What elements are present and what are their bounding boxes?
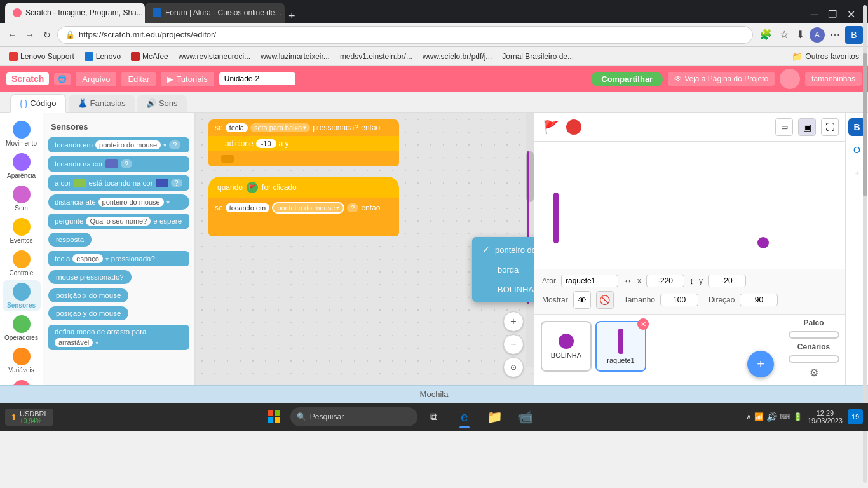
bm-outros[interactable]: 📁 Outros favoritos xyxy=(788,50,863,63)
window-close[interactable]: ✕ xyxy=(844,6,858,23)
share-button[interactable]: Compartilhar xyxy=(591,72,663,86)
new-tab-button[interactable]: + xyxy=(285,10,299,23)
stage-fullscreen-btn[interactable]: ⛶ xyxy=(821,118,839,136)
cat-movimento[interactable]: Movimento xyxy=(3,118,41,149)
bm-lenovo-support[interactable]: Lenovo Support xyxy=(5,51,78,62)
tray-chevron[interactable]: ∧ xyxy=(746,412,752,421)
block-posicao-y[interactable]: posição y do mouse xyxy=(48,306,128,320)
adicione-block[interactable]: adicione -10 a y xyxy=(208,136,399,151)
taskbar-time[interactable]: 12:29 19/03/2023 xyxy=(805,409,845,424)
dropdown-menu[interactable]: ✓ ponteiro do mouse borda BOLINHA xyxy=(472,237,534,302)
block-distancia[interactable]: distância até ponteiro do mouse ▾ xyxy=(48,194,189,210)
add-sprite-btn[interactable]: + xyxy=(747,351,774,377)
cat-controle[interactable]: Controle xyxy=(3,248,41,279)
show-eye-btn[interactable]: 👁 xyxy=(573,291,591,309)
block-defina-modo[interactable]: defina modo de arrasto para arrastável ▾ xyxy=(48,325,189,350)
bm-meds[interactable]: medsv1.einstein.br/... xyxy=(336,51,416,62)
direction-input[interactable] xyxy=(740,294,778,306)
zoom-in-btn[interactable]: + xyxy=(503,311,524,332)
stage-small-btn[interactable]: ▭ xyxy=(775,118,793,136)
scratch-arquivo-btn[interactable]: Arquivo xyxy=(76,72,116,86)
search-bar[interactable]: 🔍 Pesquisar xyxy=(290,403,417,431)
profile-avatar[interactable] xyxy=(780,69,800,89)
unidade-input[interactable] xyxy=(219,72,295,85)
start-btn[interactable] xyxy=(260,403,288,431)
block-cor-tocando[interactable]: a cor está tocando na cor ? xyxy=(48,175,189,191)
block-tocando-cor[interactable]: tocando na cor ? xyxy=(48,156,189,172)
green-flag-btn[interactable]: 🚩 xyxy=(541,117,561,137)
sprite-raquete1[interactable]: ✕ raquete1 xyxy=(595,321,646,372)
scratch-tutoriais-btn[interactable]: ▶ Tutoriais xyxy=(161,72,214,86)
code-canvas[interactable]: se tecla seta para baixo ▾ pressionada? … xyxy=(196,113,534,385)
tab-sons[interactable]: 🔊 Sons xyxy=(137,95,187,112)
mochila-bar[interactable]: Mochila xyxy=(0,385,868,403)
tab-codigo[interactable]: { } Código xyxy=(10,94,66,113)
hide-eye-btn[interactable]: 🚫 xyxy=(596,291,614,309)
bing-btn[interactable]: B xyxy=(845,26,863,44)
cat-sensores[interactable]: Sensores xyxy=(3,280,41,311)
scratch-editar-btn[interactable]: Editar xyxy=(121,72,156,86)
x-input[interactable] xyxy=(646,274,684,287)
network-icon[interactable]: 📶 xyxy=(754,412,764,421)
when-flag-hat[interactable]: quando 🚩 for clicado xyxy=(208,177,399,198)
block-posicao-x[interactable]: posição x do mouse xyxy=(48,288,128,302)
palco-thumb[interactable] xyxy=(789,331,839,339)
bm-mcafee[interactable]: McAfee xyxy=(127,51,172,62)
menu-btn[interactable]: ⋯ xyxy=(827,26,843,43)
cat-operadores[interactable]: Operadores xyxy=(3,313,41,344)
actor-name-input[interactable] xyxy=(561,274,618,287)
block-pergunte[interactable]: pergunte Qual o seu nome? e espere xyxy=(48,214,189,229)
block-tocando-em[interactable]: tocando em ponteiro do mouse ▾ ? xyxy=(48,137,189,152)
bm-scielo[interactable]: www.scielo.br/pdf/j... xyxy=(419,51,496,62)
forward-button[interactable]: → xyxy=(23,27,37,43)
cat-eventos[interactable]: Eventos xyxy=(3,215,41,247)
stock-widget[interactable]: ⬆ USDBRL +0,94% xyxy=(5,409,53,426)
if-tocando-block[interactable]: se tocando em ponteiro do mouse ▾ ? entã… xyxy=(208,198,399,217)
bm-jornal[interactable]: Jornal Brasileiro de... xyxy=(498,51,578,62)
dropdown-item-borda[interactable]: borda xyxy=(472,260,534,280)
cat-aparencia[interactable]: Aparência xyxy=(3,151,41,182)
scratch-globe-btn[interactable]: 🌐 xyxy=(54,73,71,85)
downloads-btn[interactable]: ⬇ xyxy=(794,26,807,43)
keyboard-icon[interactable]: ⌨ xyxy=(780,412,790,421)
window-maximize[interactable]: ❐ xyxy=(825,6,839,23)
cat-variaveis[interactable]: Variáveis xyxy=(3,345,41,376)
zoom-out-btn[interactable]: − xyxy=(503,334,524,355)
volume-icon[interactable]: 🔊 xyxy=(766,412,777,422)
cat-meus-blocos[interactable]: Meus Blocos xyxy=(3,377,41,385)
y-input[interactable] xyxy=(708,274,746,287)
back-button[interactable]: ← xyxy=(5,27,19,43)
taskbar-teams[interactable]: 📹 xyxy=(512,403,539,431)
notification-btn[interactable]: 19 xyxy=(848,409,863,424)
stop-btn[interactable] xyxy=(566,119,581,135)
extensions-btn[interactable]: 🧩 xyxy=(757,26,775,43)
dropdown-item-bolinha[interactable]: BOLINHA xyxy=(472,280,534,299)
tab-fantasias[interactable]: 👗 Fantasias xyxy=(69,95,135,112)
sprite-delete-btn[interactable]: ✕ xyxy=(637,318,649,330)
bm-revista[interactable]: www.revistaneuroci... xyxy=(175,51,254,62)
if-block-tecla[interactable]: se tecla seta para baixo ▾ pressionada? … xyxy=(208,119,399,136)
profile-btn[interactable]: A xyxy=(810,27,825,43)
taskbar-edge[interactable]: e xyxy=(451,403,478,431)
dropdown-item-ponteiro[interactable]: ✓ ponteiro do mouse xyxy=(472,240,534,260)
size-input[interactable] xyxy=(660,294,698,306)
taskbar-explorer[interactable]: 📁 xyxy=(481,403,509,431)
taskbar-search[interactable]: 🔍 Pesquisar xyxy=(290,407,417,426)
block-tecla[interactable]: tecla espaço ▾ pressionada? xyxy=(48,251,189,266)
bm-lenovo[interactable]: Lenovo xyxy=(81,51,125,62)
view-project-btn[interactable]: 👁 Veja a Página do Projeto xyxy=(668,72,775,86)
url-box[interactable]: 🔒 https://scratch.mit.edu/projects/edito… xyxy=(57,26,753,44)
block-resposta[interactable]: resposta xyxy=(48,233,92,247)
battery-icon[interactable]: 🔋 xyxy=(793,412,803,421)
stage-medium-btn[interactable]: ▣ xyxy=(798,118,816,136)
tab-forum[interactable]: Fórum | Alura - Cursos online de... ✕ xyxy=(145,3,285,23)
task-view-btn[interactable]: ⧉ xyxy=(420,403,448,431)
sprite-bolinha[interactable]: BOLINHA xyxy=(541,321,592,372)
cat-som[interactable]: Som xyxy=(3,183,41,214)
favorites-btn[interactable]: ☆ xyxy=(777,26,791,43)
block-mouse-pressionado[interactable]: mouse pressionado? xyxy=(48,270,132,284)
cenario-thumb[interactable] xyxy=(789,355,839,363)
reload-button[interactable]: ↻ xyxy=(41,27,53,43)
zoom-fit-btn[interactable]: ⊙ xyxy=(503,357,524,377)
tab-scratch[interactable]: Scratch - Imagine, Program, Sha... ✕ xyxy=(5,3,145,23)
